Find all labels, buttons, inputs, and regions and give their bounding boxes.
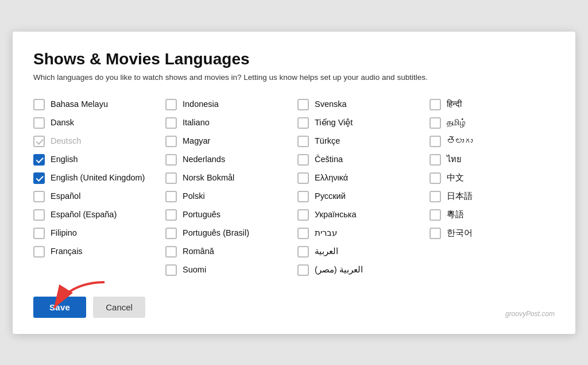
language-checkbox[interactable] [33,209,45,221]
language-label: Bahasa Melayu [51,99,108,110]
dialog-subtitle: Which languages do you like to watch sho… [33,73,555,82]
lang-item[interactable]: Indonesia [165,95,291,114]
lang-item[interactable]: 日本語 [430,187,555,206]
lang-item[interactable]: हिन्दी [430,95,555,114]
save-button[interactable]: Save [33,297,86,318]
lang-item[interactable]: Português [165,206,291,224]
language-label: English (United Kingdom) [51,172,145,183]
lang-item[interactable]: 粵語 [430,206,555,224]
language-checkbox[interactable] [430,228,441,239]
language-label: العربية (مصر) [315,264,363,275]
language-checkbox[interactable] [297,136,309,147]
lang-item[interactable]: Español (España) [33,206,158,224]
language-checkbox[interactable] [430,136,441,147]
language-label: Tiếng Việt [315,117,353,128]
language-checkbox[interactable] [297,246,309,258]
language-checkbox[interactable] [165,209,177,221]
language-label: हिन्दी [447,99,462,110]
lang-item[interactable]: Italiano [165,114,291,132]
language-checkbox[interactable] [165,172,177,184]
language-checkbox[interactable] [165,117,177,129]
language-checkbox[interactable] [165,99,177,110]
lang-item[interactable]: Tiếng Việt [297,114,423,132]
language-checkbox[interactable] [297,209,309,221]
language-label: Italiano [183,117,210,128]
lang-item[interactable]: Svenska [297,95,423,114]
lang-item[interactable]: தமிழ் [430,114,555,132]
language-checkbox[interactable] [33,99,45,110]
lang-item[interactable]: Українська [297,206,423,224]
language-label: Suomi [183,264,206,275]
lang-item[interactable]: Français [33,243,158,261]
lang-item[interactable]: العربية (مصر) [297,261,423,279]
language-checkbox[interactable] [297,117,309,129]
language-checkbox[interactable] [297,99,309,110]
dialog-title: Shows & Movies Languages [33,50,555,68]
language-label: Magyar [183,136,210,147]
lang-item[interactable]: Türkçe [297,132,423,151]
language-label: Türkçe [315,136,340,147]
language-checkbox[interactable] [33,191,45,202]
language-checkbox[interactable] [33,117,45,129]
language-checkbox[interactable] [33,136,45,147]
lang-item[interactable]: Русский [297,187,423,206]
cancel-button[interactable]: Cancel [93,297,145,318]
language-checkbox[interactable] [430,154,441,166]
lang-item[interactable]: Ελληνικά [297,169,423,187]
language-label: 한국어 [447,228,473,239]
lang-item[interactable]: Norsk Bokmål [165,169,291,187]
language-checkbox[interactable] [297,154,309,166]
language-checkbox[interactable] [165,246,177,258]
language-checkbox[interactable] [165,191,177,202]
language-checkbox[interactable] [33,228,45,239]
lang-item[interactable]: Español [33,187,158,206]
language-checkbox[interactable] [430,172,441,184]
lang-item[interactable]: עברית [297,224,423,243]
language-checkbox[interactable] [297,172,309,184]
language-checkbox[interactable] [165,228,177,239]
language-label: Ελληνικά [315,172,348,183]
language-checkbox[interactable] [430,209,441,221]
lang-column-3: हिन्दीதமிழ்తెలుగుไทย中文日本語粵語한국어 [430,95,555,279]
lang-item[interactable]: Português (Brasil) [165,224,291,243]
language-label: Français [51,246,83,257]
language-label: Filipino [51,228,77,239]
language-checkbox[interactable] [165,264,177,276]
lang-item[interactable]: Magyar [165,132,291,151]
language-checkbox[interactable] [33,246,45,258]
lang-item[interactable]: English (United Kingdom) [33,169,158,187]
watermark: groovyPost.com [505,310,555,318]
lang-item[interactable]: Polski [165,187,291,206]
lang-item[interactable]: Suomi [165,261,291,279]
language-checkbox[interactable] [33,172,45,184]
lang-item[interactable]: العربية [297,243,423,261]
languages-grid: Bahasa MelayuDanskDeutschEnglishEnglish … [33,95,555,279]
lang-item[interactable]: Deutsch [33,132,158,151]
language-checkbox[interactable] [33,154,45,166]
language-checkbox[interactable] [165,154,177,166]
language-label: Português [183,209,220,220]
language-checkbox[interactable] [297,228,309,239]
lang-item[interactable]: ไทย [430,151,555,169]
lang-item[interactable]: Čeština [297,151,423,169]
language-checkbox[interactable] [165,136,177,147]
language-checkbox[interactable] [297,264,309,276]
lang-item[interactable]: Filipino [33,224,158,243]
language-label: తెలుగు [447,136,473,147]
language-checkbox[interactable] [430,99,441,110]
lang-item[interactable]: English [33,151,158,169]
lang-item[interactable]: తెలుగు [430,132,555,151]
language-checkbox[interactable] [297,191,309,202]
lang-item[interactable]: Nederlands [165,151,291,169]
language-label: Indonesia [183,99,219,110]
lang-item[interactable]: Bahasa Melayu [33,95,158,114]
lang-item[interactable]: Română [165,243,291,261]
language-dialog: Shows & Movies Languages Which languages… [13,32,575,334]
lang-item[interactable]: 中文 [430,169,555,187]
language-label: Română [183,246,214,257]
language-checkbox[interactable] [430,117,441,129]
language-checkbox[interactable] [430,191,441,202]
language-label: 日本語 [447,191,473,202]
lang-item[interactable]: Dansk [33,114,158,132]
lang-item[interactable]: 한국어 [430,224,555,243]
